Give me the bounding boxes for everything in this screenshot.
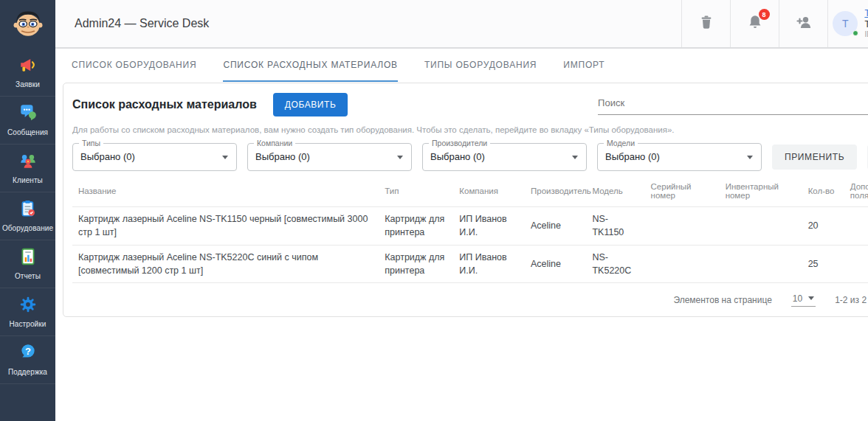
cell-qty: 25: [802, 246, 844, 284]
cell-serial: [645, 207, 720, 246]
page-title: Список расходных материалов: [72, 98, 257, 111]
sidebar-item-podderzhka[interactable]: ? Поддержка: [0, 336, 55, 384]
user-avatar[interactable]: T: [833, 11, 858, 36]
add-user-button[interactable]: [779, 0, 827, 47]
user-name-link[interactable]: Тест: [864, 8, 868, 19]
app-title: Admin24 — Service Desk: [75, 17, 209, 30]
cell-extra-fields: [844, 207, 868, 246]
sidebar-item-label: Настройки: [10, 320, 46, 328]
tab-import[interactable]: ИМПОРТ: [563, 49, 604, 82]
filters-row: Типы Выбрано (0) Компании Выбрано (0) Пр…: [72, 143, 868, 171]
col-manufacturer: Производитель: [525, 174, 586, 207]
filter-label: Производители: [429, 139, 490, 147]
card-header-row: Список расходных материалов ДОБАВИТЬ: [72, 93, 868, 116]
sidebar-item-label: Сообщения: [7, 128, 48, 136]
cell-name: Картридж лазерный Aceline NS-TK1150 черн…: [72, 207, 379, 246]
sidebar-item-label: Заявки: [16, 80, 40, 88]
col-name: Название: [72, 174, 379, 207]
per-page-value: 10: [793, 293, 802, 304]
table-header-row: Название Тип Компания Производитель Моде…: [72, 174, 868, 207]
filter-value: Выбрано (0): [605, 151, 660, 162]
gear-icon: [18, 295, 38, 314]
cell-inventory: [720, 246, 802, 284]
chevron-down-icon: [222, 156, 228, 159]
search-input[interactable]: [598, 97, 868, 108]
col-serial: Серийный номер: [645, 174, 720, 207]
person-add-icon: [795, 13, 813, 34]
per-page-select[interactable]: 10: [791, 293, 816, 307]
sidebar-item-otchety[interactable]: Отчеты: [0, 240, 55, 288]
filter-value: Выбрано (0): [80, 151, 135, 162]
chat-icon: [18, 103, 38, 122]
sidebar-item-label: Отчеты: [15, 272, 41, 280]
app-window: Заявки Сообщения Клиенты: [0, 0, 868, 421]
user-id: ID: 12152: [864, 30, 868, 40]
items-per-page-label: Элементов на странице: [673, 295, 771, 305]
online-status-dot: [852, 30, 858, 36]
trash-icon: [698, 14, 714, 33]
page-range: 1-2 из 2: [835, 295, 867, 305]
filter-types-select[interactable]: Типы Выбрано (0): [72, 143, 237, 171]
filter-models-select[interactable]: Модели Выбрано (0): [597, 143, 762, 171]
topbar-actions: 8 T: [681, 0, 868, 47]
cell-name: Картридж лазерный Aceline NS-TK5220C син…: [72, 246, 379, 284]
sidebar-item-oborudovanie[interactable]: Оборудование: [0, 192, 55, 240]
filter-label: Модели: [604, 139, 638, 147]
tab-consumables-list[interactable]: СПИСОК РАСХОДНЫХ МАТЕРИАЛОВ: [223, 49, 397, 82]
filter-label: Типы: [79, 139, 103, 147]
consumables-table: Название Тип Компания Производитель Моде…: [72, 174, 868, 283]
equipment-icon: [18, 199, 38, 218]
cell-manufacturer: Aceline: [525, 246, 586, 284]
filter-companies-select[interactable]: Компании Выбрано (0): [247, 143, 412, 171]
filter-buttons: ПРИМЕНИТЬ СБРОСИТЬ: [772, 145, 868, 170]
app-logo[interactable]: [0, 0, 55, 49]
filter-manufacturers-select[interactable]: Производители Выбрано (0): [422, 143, 587, 171]
col-model: Модель: [586, 174, 644, 207]
search-field: [598, 95, 868, 115]
user-texts: Тест TestEnglish ID: 12152: [864, 8, 868, 40]
cell-company: ИП Иванов И.И.: [453, 207, 525, 246]
notifications-button[interactable]: 8: [730, 0, 779, 47]
cell-manufacturer: Aceline: [525, 207, 586, 246]
avatar-face-icon: [10, 4, 46, 44]
apply-button[interactable]: ПРИМЕНИТЬ: [772, 145, 857, 170]
svg-text:?: ?: [25, 346, 31, 357]
sidebar-item-nastroyki[interactable]: Настройки: [0, 288, 55, 336]
content: Список расходных материалов ДОБАВИТЬ Для…: [55, 82, 868, 317]
bell-icon: 8: [747, 14, 763, 33]
cell-type: Картридж для принтера: [379, 246, 453, 284]
chevron-down-icon: [572, 156, 578, 159]
col-company: Компания: [453, 174, 525, 207]
table-row: Картридж лазерный Aceline NS-TK1150 черн…: [72, 207, 868, 246]
chevron-down-icon: [747, 156, 753, 159]
sidebar-item-zayavki[interactable]: Заявки: [0, 49, 55, 97]
sidebar-item-label: Поддержка: [8, 368, 47, 376]
topbar: Admin24 — Service Desk: [55, 0, 868, 49]
notification-badge: 8: [759, 9, 770, 20]
tab-equipment-list[interactable]: СПИСОК ОБОРУДОВАНИЯ: [72, 49, 196, 82]
support-icon: ?: [18, 343, 38, 362]
cell-model: NS-TK1150: [586, 207, 644, 246]
cell-type: Картридж для принтера: [379, 207, 453, 246]
main-area: Admin24 — Service Desk: [55, 0, 868, 421]
add-button[interactable]: ДОБАВИТЬ: [273, 93, 348, 116]
user-login: TestEnglish: [864, 19, 868, 30]
cell-extra-fields: [844, 246, 868, 284]
pagination: Элементов на странице 10 1-2 из 2: [72, 282, 868, 316]
sidebar-item-klienty[interactable]: Клиенты: [0, 145, 55, 192]
cell-company: ИП Иванов И.И.: [453, 246, 525, 284]
sidebar-item-soobshcheniya[interactable]: Сообщения: [0, 97, 55, 145]
col-type: Тип: [379, 174, 453, 207]
sidebar: Заявки Сообщения Клиенты: [0, 0, 55, 421]
tab-equipment-types[interactable]: ТИПЫ ОБОРУДОВАНИЯ: [424, 49, 537, 82]
filter-value: Выбрано (0): [255, 151, 310, 162]
cell-inventory: [720, 207, 802, 246]
hint-text: Для работы со списком расходных материал…: [72, 125, 868, 134]
clients-icon: [18, 151, 38, 170]
sidebar-item-label: Клиенты: [13, 176, 43, 184]
col-qty: Кол-во: [802, 174, 844, 207]
user-info: T Тест TestEnglish ID: 12152: [827, 0, 868, 47]
trash-button[interactable]: [681, 0, 730, 47]
filter-label: Компании: [254, 139, 295, 147]
col-extra-fields: Дополнительные поля: [844, 174, 868, 207]
